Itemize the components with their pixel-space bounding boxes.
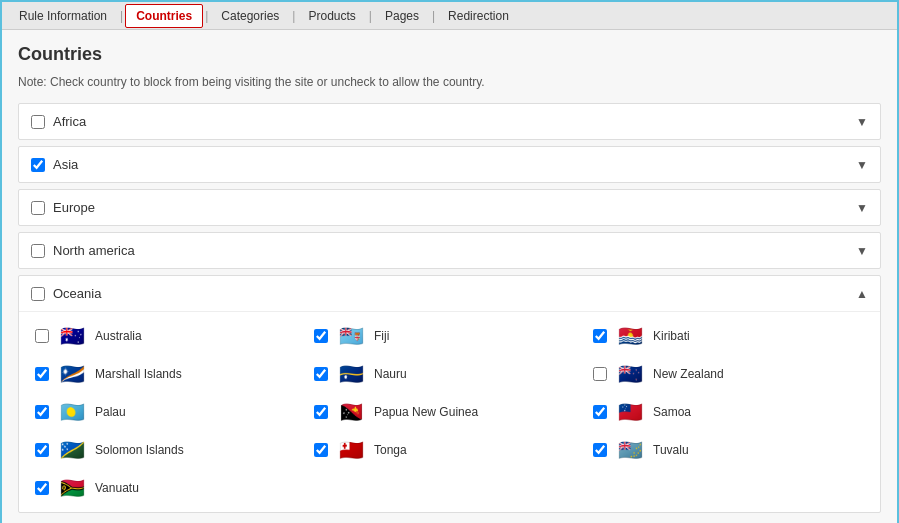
country-name-palau: Palau — [95, 405, 126, 419]
north-america-label: North america — [53, 243, 135, 258]
country-name-vanuatu: Vanuatu — [95, 481, 139, 495]
africa-label: Africa — [53, 114, 86, 129]
flag-tonga: 🇹🇴 — [336, 440, 366, 460]
list-item-kiribati: 🇰🇮 Kiribati — [589, 320, 868, 352]
asia-label: Asia — [53, 157, 78, 172]
accordion-europe-header[interactable]: Europe ▼ — [19, 190, 880, 225]
checkbox-europe[interactable] — [31, 201, 45, 215]
list-item-samoa: 🇼🇸 Samoa — [589, 396, 868, 428]
list-item-vanuatu: 🇻🇺 Vanuatu — [31, 472, 310, 504]
accordion-oceania-header[interactable]: Oceania ▲ — [19, 276, 880, 312]
note-text: Note: Check country to block from being … — [18, 75, 881, 89]
country-name-australia: Australia — [95, 329, 142, 343]
list-item-solomon-islands: 🇸🇧 Solomon Islands — [31, 434, 310, 466]
tab-separator-3: | — [290, 9, 297, 23]
flag-papua-new-guinea: 🇵🇬 — [336, 402, 366, 422]
list-item-marshall-islands: 🇲🇭 Marshall Islands — [31, 358, 310, 390]
checkbox-papua-new-guinea[interactable] — [314, 405, 328, 419]
flag-solomon-islands: 🇸🇧 — [57, 440, 87, 460]
europe-label: Europe — [53, 200, 95, 215]
africa-arrow-icon: ▼ — [856, 115, 868, 129]
country-name-marshall-islands: Marshall Islands — [95, 367, 182, 381]
country-name-samoa: Samoa — [653, 405, 691, 419]
country-name-solomon-islands: Solomon Islands — [95, 443, 184, 457]
list-item-new-zealand: 🇳🇿 New Zealand — [589, 358, 868, 390]
checkbox-africa[interactable] — [31, 115, 45, 129]
list-item-tuvalu: 🇹🇻 Tuvalu — [589, 434, 868, 466]
accordion-asia-header[interactable]: Asia ▼ — [19, 147, 880, 182]
flag-fiji: 🇫🇯 — [336, 326, 366, 346]
checkbox-nauru[interactable] — [314, 367, 328, 381]
list-item-papua-new-guinea: 🇵🇬 Papua New Guinea — [310, 396, 589, 428]
flag-palau: 🇵🇼 — [57, 402, 87, 422]
list-item-fiji: 🇫🇯 Fiji — [310, 320, 589, 352]
tab-categories[interactable]: Categories — [210, 4, 290, 28]
accordion-africa: Africa ▼ — [18, 103, 881, 140]
tab-separator-1: | — [118, 9, 125, 23]
country-name-new-zealand: New Zealand — [653, 367, 724, 381]
accordion-oceania: Oceania ▲ 🇦🇺 Australia 🇫🇯 Fiji 🇰🇮 Kiriba… — [18, 275, 881, 513]
tab-redirection[interactable]: Redirection — [437, 4, 520, 28]
accordion-asia: Asia ▼ — [18, 146, 881, 183]
accordion-north-america-header[interactable]: North america ▼ — [19, 233, 880, 268]
accordion-europe: Europe ▼ — [18, 189, 881, 226]
flag-tuvalu: 🇹🇻 — [615, 440, 645, 460]
flag-kiribati: 🇰🇮 — [615, 326, 645, 346]
accordion-africa-header[interactable]: Africa ▼ — [19, 104, 880, 139]
checkbox-tonga[interactable] — [314, 443, 328, 457]
checkbox-samoa[interactable] — [593, 405, 607, 419]
checkbox-oceania[interactable] — [31, 287, 45, 301]
list-item-palau: 🇵🇼 Palau — [31, 396, 310, 428]
tab-countries[interactable]: Countries — [125, 4, 203, 28]
north-america-arrow-icon: ▼ — [856, 244, 868, 258]
checkbox-vanuatu[interactable] — [35, 481, 49, 495]
country-name-nauru: Nauru — [374, 367, 407, 381]
checkbox-fiji[interactable] — [314, 329, 328, 343]
list-item-tonga: 🇹🇴 Tonga — [310, 434, 589, 466]
country-name-papua-new-guinea: Papua New Guinea — [374, 405, 478, 419]
accordion-north-america: North america ▼ — [18, 232, 881, 269]
flag-marshall-islands: 🇲🇭 — [57, 364, 87, 384]
tab-pages[interactable]: Pages — [374, 4, 430, 28]
list-item-australia: 🇦🇺 Australia — [31, 320, 310, 352]
checkbox-marshall-islands[interactable] — [35, 367, 49, 381]
tab-separator-2: | — [203, 9, 210, 23]
country-name-tonga: Tonga — [374, 443, 407, 457]
checkbox-north-america[interactable] — [31, 244, 45, 258]
page-title: Countries — [18, 44, 881, 65]
checkbox-tuvalu[interactable] — [593, 443, 607, 457]
tab-rule-information[interactable]: Rule Information — [8, 4, 118, 28]
oceania-arrow-icon: ▲ — [856, 287, 868, 301]
country-name-fiji: Fiji — [374, 329, 389, 343]
europe-arrow-icon: ▼ — [856, 201, 868, 215]
country-grid: 🇦🇺 Australia 🇫🇯 Fiji 🇰🇮 Kiribati 🇲🇭 Mars… — [19, 312, 880, 512]
tab-products[interactable]: Products — [297, 4, 366, 28]
flag-nauru: 🇳🇷 — [336, 364, 366, 384]
checkbox-solomon-islands[interactable] — [35, 443, 49, 457]
list-item-nauru: 🇳🇷 Nauru — [310, 358, 589, 390]
tab-separator-4: | — [367, 9, 374, 23]
oceania-label: Oceania — [53, 286, 101, 301]
country-name-kiribati: Kiribati — [653, 329, 690, 343]
main-content: Countries Note: Check country to block f… — [2, 30, 897, 523]
flag-samoa: 🇼🇸 — [615, 402, 645, 422]
checkbox-palau[interactable] — [35, 405, 49, 419]
checkbox-new-zealand[interactable] — [593, 367, 607, 381]
country-name-tuvalu: Tuvalu — [653, 443, 689, 457]
flag-vanuatu: 🇻🇺 — [57, 478, 87, 498]
tab-bar: Rule Information | Countries | Categorie… — [2, 2, 897, 30]
tab-separator-5: | — [430, 9, 437, 23]
checkbox-kiribati[interactable] — [593, 329, 607, 343]
checkbox-australia[interactable] — [35, 329, 49, 343]
asia-arrow-icon: ▼ — [856, 158, 868, 172]
flag-new-zealand: 🇳🇿 — [615, 364, 645, 384]
flag-australia: 🇦🇺 — [57, 326, 87, 346]
checkbox-asia[interactable] — [31, 158, 45, 172]
